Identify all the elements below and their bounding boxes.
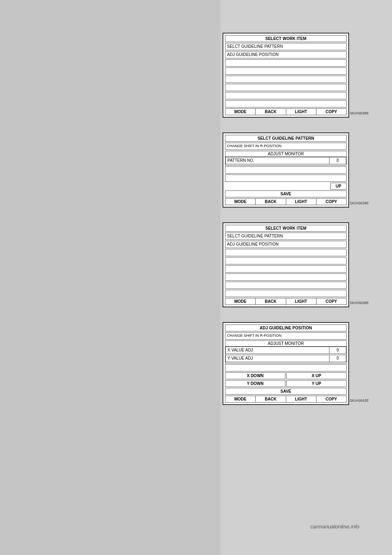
panel1-row2[interactable]: ADJ GUIDELINE POSITION (225, 51, 347, 58)
panel3-row8 (225, 290, 347, 297)
panel-adj-guideline-position: ADJ GUIDELINE POSITION CHANGE SHIFT IN R… (223, 322, 349, 405)
panel4-title: ADJ GUIDELINE POSITION (225, 324, 347, 331)
panel1-row4 (225, 67, 347, 75)
panel4-btn-light[interactable]: LIGHT (286, 396, 316, 402)
panel1-btn-copy[interactable]: COPY (316, 109, 346, 115)
panel4-btn-mode[interactable]: MODE (225, 396, 256, 402)
panel4-y-btn-row: Y DOWN Y UP (225, 380, 347, 387)
panel4-adjust-monitor-box: ADJUST MONITOR X VALUE ADJ 0 Y VALUE ADJ… (225, 340, 347, 363)
panel2-empty2 (225, 175, 347, 182)
panel1-btn-back[interactable]: BACK (256, 109, 286, 115)
panel-select-work-item-2: SELECT WORK ITEM SELCT GUIDELINE PATTERN… (223, 222, 349, 307)
panel4-y-row: Y VALUE ADJ 0 (225, 355, 346, 362)
panel1-row6 (225, 84, 347, 91)
panel3-row7 (225, 282, 347, 289)
panel4-y-value[interactable]: 0 (330, 355, 346, 362)
panel2-adjust-monitor-title: ADJUST MONITOR (225, 151, 346, 157)
panel2-up-btn-row: UP (225, 183, 347, 190)
panel3-row2[interactable]: ADJ GUIDELINE POSITION (225, 241, 347, 248)
panel2-up-button[interactable]: UP (330, 183, 347, 190)
page: SELECT WORK ITEM SELCT GUIDELINE PATTERN… (0, 0, 392, 555)
panel2-btn-light[interactable]: LIGHT (286, 199, 316, 205)
panel4-y-up-button[interactable]: Y UP (286, 380, 347, 387)
panel4-x-btn-row: X DOWN X UP (225, 372, 347, 379)
panel3-row3 (225, 249, 347, 256)
panel4-adjust-monitor-title: ADJUST MONITOR (225, 341, 346, 347)
panel4-y-label: Y VALUE ADJ (226, 355, 330, 362)
panel4-x-up-button[interactable]: X UP (286, 372, 347, 379)
panel1-title: SELECT WORK ITEM (225, 35, 347, 42)
panel3-row4 (225, 257, 347, 264)
panel1-row1[interactable]: SELCT GUIDELINE PATTERN (225, 43, 347, 50)
panel3-title: SELECT WORK ITEM (225, 225, 347, 232)
panel4-y-down-button[interactable]: Y DOWN (225, 380, 285, 387)
panel1-inner: SELECT WORK ITEM SELCT GUIDELINE PATTERN… (223, 34, 348, 117)
panel3-btn-copy[interactable]: COPY (316, 298, 346, 304)
panel3-row5 (225, 265, 347, 273)
panel1-code: SKIA5638E (350, 111, 369, 115)
panel4-inner: ADJ GUIDELINE POSITION CHANGE SHIFT IN R… (223, 323, 348, 404)
watermark-logo: carmanualonline.info (294, 514, 376, 539)
panel4-x-row: X VALUE ADJ 0 (225, 347, 346, 354)
panel4-btn-copy[interactable]: COPY (316, 396, 346, 402)
panel2-pattern-value[interactable]: 0 (330, 157, 346, 164)
panel2-btn-back[interactable]: BACK (256, 199, 286, 205)
panel1-btn-light[interactable]: LIGHT (286, 109, 316, 115)
panel2-empty1 (225, 166, 347, 174)
panel4-empty1 (225, 364, 347, 371)
panel1-btn-mode[interactable]: MODE (225, 109, 256, 115)
panel4-subtext: CHANGE SHIFT IN R-POSITION (225, 332, 347, 340)
panel3-row6 (225, 273, 347, 281)
panel2-btn-mode[interactable]: MODE (225, 199, 256, 205)
panel3-code: SKIA5638E (350, 301, 369, 305)
panel3-btn-light[interactable]: LIGHT (286, 298, 316, 304)
panel2-code: SKIA5639E (350, 201, 369, 205)
watermark-text: carmanualonline.info (310, 524, 359, 530)
panel2-pattern-row: PATTERN NO. 0 (225, 157, 346, 164)
panel1-row8 (225, 100, 347, 107)
panel3-btn-back[interactable]: BACK (256, 298, 286, 304)
panel1-row7 (225, 92, 347, 99)
panel2-inner: SELCT GUIDELINE PATTERN CHANGE SHIFT IN … (223, 133, 348, 207)
panel3-button-bar: MODE BACK LIGHT COPY (225, 298, 347, 305)
panel2-btn-copy[interactable]: COPY (316, 199, 346, 205)
panel3-btn-mode[interactable]: MODE (225, 298, 256, 304)
panel2-title: SELCT GUIDELINE PATTERN (225, 135, 347, 142)
panel2-button-bar: MODE BACK LIGHT COPY (225, 198, 347, 205)
panel4-x-value[interactable]: 0 (330, 347, 346, 354)
panel2-subtext: CHANGE SHIFT IN R-POSITION (225, 143, 347, 150)
panel4-x-label: X VALUE ADJ (226, 347, 330, 354)
panel2-pattern-label: PATTERN NO. (226, 157, 330, 164)
panel1-button-bar: MODE BACK LIGHT COPY (225, 108, 347, 115)
panel4-save-button[interactable]: SAVE (225, 388, 347, 395)
panel3-row1[interactable]: SELCT GUIDELINE PATTERN (225, 233, 347, 240)
panel1-row5 (225, 76, 347, 83)
left-background (0, 0, 220, 555)
panel1-row3 (225, 59, 347, 67)
panel4-code: SKIA5642E (350, 398, 369, 403)
panel4-btn-back[interactable]: BACK (256, 396, 286, 402)
panel3-inner: SELECT WORK ITEM SELCT GUIDELINE PATTERN… (223, 223, 348, 307)
panel4-x-down-button[interactable]: X DOWN (225, 372, 285, 379)
panel2-adjust-monitor-box: ADJUST MONITOR PATTERN NO. 0 (225, 151, 347, 166)
panel4-button-bar: MODE BACK LIGHT COPY (225, 396, 347, 403)
panel-select-work-item: SELECT WORK ITEM SELCT GUIDELINE PATTERN… (223, 33, 349, 118)
panels-container: SELECT WORK ITEM SELCT GUIDELINE PATTERN… (223, 33, 349, 412)
panel-selct-guideline-pattern: SELCT GUIDELINE PATTERN CHANGE SHIFT IN … (223, 132, 349, 208)
panel2-save-button[interactable]: SAVE (225, 190, 347, 197)
